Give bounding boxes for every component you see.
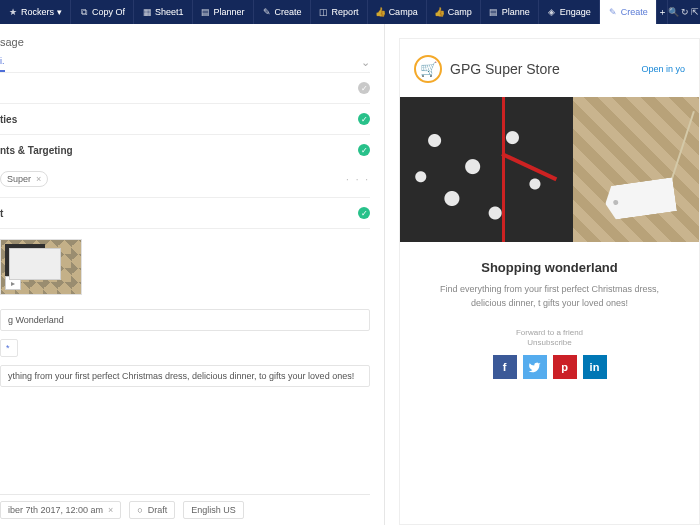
linkedin-icon[interactable]: in: [583, 355, 607, 379]
editor-panel: sage i. ⌄ ✓ ties ✓ nts & Targeting ✓ Sup…: [0, 24, 385, 525]
close-icon[interactable]: ×: [108, 505, 113, 515]
tab-engage[interactable]: ◈Engage: [539, 0, 600, 24]
facebook-icon[interactable]: f: [493, 355, 517, 379]
tab-create[interactable]: ✎Create: [254, 0, 311, 24]
tab-create-active[interactable]: ✎Create: [600, 0, 657, 24]
email-title: Shopping wonderland: [422, 260, 677, 275]
tab-campaign-1[interactable]: 👍Campa: [368, 0, 427, 24]
mini-tabs: i. ⌄: [0, 56, 370, 73]
hero-image: [400, 97, 699, 242]
body-field[interactable]: ything from your first perfect Christmas…: [0, 365, 370, 387]
tab-rockers[interactable]: ★Rockers▾: [0, 0, 71, 24]
tab-campaign-2[interactable]: 👍Camp: [427, 0, 481, 24]
chevron-down-icon: ▾: [57, 7, 62, 17]
preview-panel: 🛒 GPG Super Store Open in yo Shopping wo…: [385, 24, 700, 525]
section-recipients-targeting[interactable]: nts & Targeting ✓: [0, 135, 370, 165]
report-icon: ◫: [319, 7, 329, 17]
chip-more-icon[interactable]: · · ·: [346, 174, 370, 185]
create-icon: ✎: [262, 7, 272, 17]
tab-report[interactable]: ◫Report: [311, 0, 368, 24]
forward-link[interactable]: Forward to a friend: [422, 328, 677, 337]
star-icon: ★: [8, 7, 18, 17]
status-ok-icon: ✓: [358, 113, 370, 125]
chip-row: Super× · · ·: [0, 165, 370, 197]
play-icon[interactable]: ▸: [5, 276, 21, 290]
unsubscribe-link[interactable]: Unsubscribe: [422, 338, 677, 347]
reload-icon[interactable]: ↻: [679, 0, 689, 24]
email-preview: 🛒 GPG Super Store Open in yo Shopping wo…: [399, 38, 700, 525]
subject-field[interactable]: g Wonderland: [0, 309, 370, 331]
planner-icon: ▤: [201, 7, 211, 17]
dot-icon: ○: [137, 505, 142, 515]
thumb-icon: 👍: [376, 7, 386, 17]
section-content[interactable]: t ✓: [0, 197, 370, 229]
social-row: f p in: [422, 355, 677, 379]
mini-tab[interactable]: i.: [0, 56, 5, 72]
emoji-field[interactable]: *: [0, 339, 18, 357]
pinterest-icon[interactable]: p: [553, 355, 577, 379]
tab-copy-of[interactable]: ⧉Copy Of: [71, 0, 134, 24]
status-pending-icon: ✓: [358, 82, 370, 94]
schedule-chip[interactable]: iber 7th 2017, 12:00 am×: [0, 501, 121, 519]
top-tab-bar: ★Rockers▾ ⧉Copy Of ▦Sheet1 ▤Planner ✎Cre…: [0, 0, 700, 24]
planner-icon: ▤: [489, 7, 499, 17]
brand-name: GPG Super Store: [450, 61, 560, 77]
status-ok-icon: ✓: [358, 144, 370, 156]
external-icon[interactable]: ⇱: [690, 0, 700, 24]
content-thumbnail[interactable]: ▸: [0, 239, 82, 295]
brand-logo-icon: 🛒: [414, 55, 442, 83]
mini-dropdown-icon[interactable]: ⌄: [361, 56, 370, 72]
email-description: Find everything from your first perfect …: [422, 283, 677, 310]
sheet-icon: ▦: [142, 7, 152, 17]
status-ok-icon: ✓: [358, 207, 370, 219]
status-chip[interactable]: ○Draft: [129, 501, 175, 519]
chip-remove-icon[interactable]: ×: [36, 174, 41, 184]
twitter-icon[interactable]: [523, 355, 547, 379]
open-in-browser-link[interactable]: Open in yo: [641, 64, 685, 74]
panel-title: sage: [0, 34, 370, 56]
new-tab-button[interactable]: ＋: [657, 0, 669, 24]
tab-sheet[interactable]: ▦Sheet1: [134, 0, 193, 24]
section-properties[interactable]: ties ✓: [0, 104, 370, 135]
thumb-icon: 👍: [435, 7, 445, 17]
tab-planner-2[interactable]: ▤Planne: [481, 0, 539, 24]
copy-icon: ⧉: [79, 7, 89, 17]
locale-chip[interactable]: English US: [183, 501, 244, 519]
search-icon[interactable]: 🔍: [668, 0, 679, 24]
section-unnamed[interactable]: ✓: [0, 73, 370, 104]
engage-icon: ◈: [547, 7, 557, 17]
create-icon: ✎: [608, 7, 618, 17]
audience-chip[interactable]: Super×: [0, 171, 48, 187]
tab-planner[interactable]: ▤Planner: [193, 0, 254, 24]
footer-bar: iber 7th 2017, 12:00 am× ○Draft English …: [0, 494, 370, 525]
